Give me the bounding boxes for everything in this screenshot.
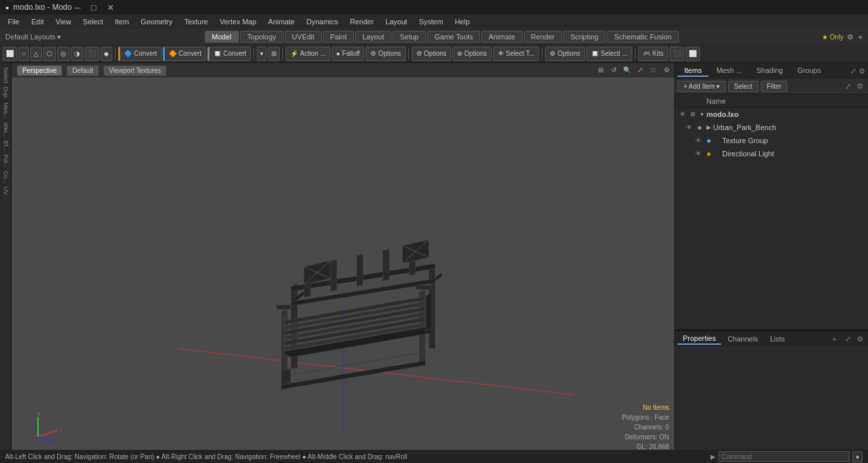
- add-props-tab-button[interactable]: +: [830, 334, 839, 344]
- item-row-modo-lxo[interactable]: 👁 ⚙ ▾ modo.lxo: [675, 108, 868, 121]
- tab-properties[interactable]: Properties: [678, 333, 721, 345]
- layout-tab-layout[interactable]: Layout: [355, 31, 391, 43]
- tool-select-button[interactable]: ⬜: [3, 47, 17, 61]
- tool-hex-button[interactable]: ⬡: [43, 47, 56, 61]
- select-button[interactable]: Select: [728, 81, 758, 92]
- menu-item-texture[interactable]: Texture: [179, 16, 213, 27]
- tool-diamond-button[interactable]: ◆: [100, 47, 112, 61]
- vp-search-icon[interactable]: 🔍: [622, 64, 632, 75]
- tab-items[interactable]: Items: [678, 65, 708, 77]
- vp-fit-icon[interactable]: ⤢: [635, 64, 645, 75]
- layout-tab-animate[interactable]: Animate: [481, 31, 522, 43]
- vp-refresh-icon[interactable]: ↺: [609, 64, 619, 75]
- layout-tab-model[interactable]: Model: [205, 31, 239, 43]
- layout-tab-topology[interactable]: Topology: [240, 31, 284, 43]
- tool-lasso-button[interactable]: ○: [18, 47, 29, 61]
- viewport-tab-textures[interactable]: Viewport Textures: [104, 66, 166, 76]
- select-mode-button[interactable]: 🔲 Selecti ...: [586, 47, 632, 61]
- options-button-2[interactable]: ⚙ Options: [412, 47, 451, 61]
- command-input[interactable]: [718, 451, 850, 462]
- kits-button[interactable]: 🎮 Kits: [638, 47, 668, 61]
- tab-shading[interactable]: Shading: [750, 65, 789, 77]
- tab-mesh[interactable]: Mesh ...: [710, 65, 749, 77]
- eye-icon-texture[interactable]: 👁: [693, 136, 703, 145]
- tab-channels[interactable]: Channels: [722, 334, 763, 344]
- viewport-tab-default[interactable]: Default: [67, 66, 98, 76]
- tool-fill-button[interactable]: ⬛: [85, 47, 99, 61]
- items-collapse-icon[interactable]: ⤤: [843, 82, 853, 91]
- vp-maximize-icon[interactable]: □: [648, 64, 659, 75]
- layout-tab-scripting[interactable]: Scripting: [563, 31, 606, 43]
- layout-dropdown[interactable]: Default Layouts ▾: [5, 33, 61, 41]
- menu-item-geometry[interactable]: Geometry: [135, 16, 177, 27]
- layout-tab-setup[interactable]: Setup: [393, 31, 426, 43]
- action-button[interactable]: ⚡ Action ...: [286, 47, 330, 61]
- tool-half-button[interactable]: ◑: [71, 47, 83, 61]
- menu-item-animate[interactable]: Animate: [263, 16, 299, 27]
- filter-button[interactable]: Filter: [761, 81, 787, 92]
- layout-tab-uvedit[interactable]: UVEdit: [285, 31, 322, 43]
- props-expand-icon[interactable]: ⤢: [843, 335, 853, 343]
- menu-item-view[interactable]: View: [51, 16, 77, 27]
- item-row-urban-park-bench[interactable]: 👁 ◆ ▶ Urban_Park_Bench: [675, 121, 868, 134]
- menu-item-dynamics[interactable]: Dynamics: [301, 16, 343, 27]
- eye-icon-modo-lxo[interactable]: 👁: [678, 110, 687, 119]
- menu-item-layout[interactable]: Layout: [380, 16, 412, 27]
- sidebar-item-pol[interactable]: Pol...: [3, 153, 9, 169]
- options-button-3[interactable]: ⊕ Options: [452, 47, 491, 61]
- close-button[interactable]: ✕: [104, 3, 117, 12]
- layout-settings-icon[interactable]: ⚙: [847, 33, 854, 41]
- menu-item-file[interactable]: File: [3, 16, 25, 27]
- falloff-button[interactable]: ● Falloff: [332, 47, 364, 61]
- right-tab-settings-icon[interactable]: ⚙: [859, 67, 865, 76]
- eye-icon-light[interactable]: 👁: [693, 149, 703, 158]
- items-settings-icon[interactable]: ⚙: [855, 82, 865, 91]
- tab-groups[interactable]: Groups: [791, 65, 827, 77]
- menu-item-edit[interactable]: Edit: [26, 16, 49, 27]
- command-submit-icon[interactable]: ●: [852, 451, 863, 462]
- options-button-4[interactable]: ⚙ Options: [545, 47, 584, 61]
- menu-item-help[interactable]: Help: [450, 16, 475, 27]
- convert-button-2[interactable]: 🔶 Convert: [163, 47, 206, 61]
- tool-dark-button[interactable]: ⬛: [670, 47, 684, 61]
- add-layout-button[interactable]: +: [857, 32, 863, 42]
- vp-frame-icon[interactable]: ⊞: [596, 64, 606, 75]
- tool-circle-button[interactable]: ◎: [57, 47, 70, 61]
- convert-button-1[interactable]: 🔷 Convert: [118, 47, 162, 61]
- menu-item-vertex map[interactable]: Vertex Map: [215, 16, 262, 27]
- sidebar-item-mesh[interactable]: Mes...: [3, 101, 9, 120]
- sidebar-item-uv[interactable]: UV...: [3, 185, 9, 200]
- menu-item-render[interactable]: Render: [345, 16, 379, 27]
- vp-settings-icon[interactable]: ⚙: [661, 64, 672, 75]
- expand-modo-lxo[interactable]: ▾: [699, 111, 705, 118]
- sidebar-item-dup[interactable]: Dup.: [3, 85, 9, 100]
- tool-arrow-down-button[interactable]: ▾: [257, 47, 267, 61]
- sidebar-item-wer[interactable]: Wer...: [3, 121, 9, 139]
- layout-tab-render[interactable]: Render: [524, 31, 562, 43]
- star-only-button[interactable]: ★ Only: [822, 33, 843, 41]
- add-item-button[interactable]: + Add Item ▾: [678, 81, 726, 92]
- props-settings-icon[interactable]: ⚙: [855, 335, 865, 343]
- sidebar-item-co[interactable]: Co...: [3, 169, 9, 185]
- convert-button-3[interactable]: 🔲 Convert: [207, 47, 251, 61]
- viewport-tab-perspective[interactable]: Perspective: [17, 66, 62, 76]
- layout-tab-paint[interactable]: Paint: [323, 31, 354, 43]
- tool-light-button[interactable]: ⬜: [685, 47, 700, 61]
- tool-grid-button[interactable]: ⊞: [268, 47, 280, 61]
- tab-lists[interactable]: Lists: [765, 334, 791, 344]
- sidebar-item-select[interactable]: Select: [3, 66, 9, 85]
- eye-icon-bench[interactable]: 👁: [684, 123, 693, 132]
- layout-tab-game-tools[interactable]: Game Tools: [427, 31, 481, 43]
- menu-item-select[interactable]: Select: [77, 16, 108, 27]
- right-tab-expand-icon[interactable]: ⤢: [850, 67, 856, 76]
- menu-item-item[interactable]: Item: [110, 16, 134, 27]
- item-row-texture-group[interactable]: 👁 ◆ Texture Group: [675, 134, 868, 147]
- tool-polygon-button[interactable]: △: [30, 47, 42, 61]
- select-type-button[interactable]: 👁 Select T...: [493, 47, 540, 61]
- options-button-1[interactable]: ⚙ Options: [366, 47, 405, 61]
- maximize-button[interactable]: □: [89, 3, 99, 12]
- minimize-button[interactable]: ─: [72, 3, 83, 12]
- viewport[interactable]: Perspective Default Viewport Textures ⊞ …: [12, 63, 674, 463]
- item-row-directional-light[interactable]: 👁 ◆ Directional Light: [675, 147, 868, 160]
- expand-bench[interactable]: ▶: [705, 124, 712, 131]
